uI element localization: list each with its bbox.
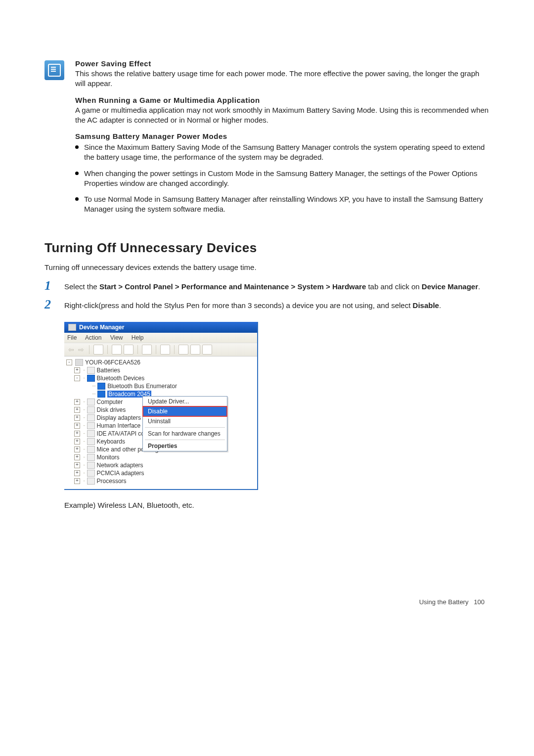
tree-hid[interactable]: Human Interface De — [97, 422, 150, 429]
tree-toggle[interactable]: + — [74, 478, 80, 484]
ide-icon — [87, 430, 95, 437]
step-number-2: 2 — [44, 298, 58, 311]
tree-processors[interactable]: Processors — [97, 478, 127, 485]
window-title: Device Manager — [79, 324, 124, 331]
computer-icon — [75, 359, 83, 366]
tree-toggle[interactable]: + — [74, 439, 80, 445]
tree-toggle[interactable]: + — [74, 446, 80, 452]
menu-action[interactable]: Action — [85, 334, 101, 341]
section-title-devices: Turning Off Unnecessary Devices — [44, 240, 490, 256]
tree-bluetooth-devices[interactable]: Bluetooth Devices — [97, 375, 145, 382]
tree-ide[interactable]: IDE ATA/ATAPI cont — [97, 430, 149, 437]
note-bullet-1: Since the Maximum Battery Saving Mode of… — [75, 142, 490, 163]
tree-pcmcia[interactable]: PCMCIA adapters — [97, 470, 144, 477]
cpu-icon — [87, 478, 95, 485]
forward-arrow-icon[interactable]: ⇨ — [77, 346, 85, 354]
menu-file[interactable]: File — [67, 334, 77, 341]
tree-computer[interactable]: Computer — [97, 399, 123, 405]
tree-toggle[interactable]: - — [74, 375, 80, 381]
tree-toggle[interactable]: + — [74, 407, 80, 413]
example-text: Example) Wireless LAN, Bluetooth, etc. — [64, 501, 490, 509]
network-icon — [87, 462, 95, 469]
menu-help[interactable]: Help — [132, 334, 144, 341]
bluetooth-icon — [97, 391, 105, 398]
note-bullet-3: To use Normal Mode in Samsung Battery Ma… — [75, 194, 490, 215]
tree-toggle[interactable]: + — [74, 415, 80, 421]
toolbar-button[interactable] — [142, 345, 152, 355]
window-icon — [68, 324, 76, 331]
ctx-properties[interactable]: Properties — [143, 441, 227, 451]
note-bullet-2: When changing the power settings in Cust… — [75, 169, 490, 189]
step-number-1: 1 — [44, 279, 58, 292]
computer-icon — [87, 399, 95, 405]
tree-toggle[interactable]: + — [74, 431, 80, 437]
pcmcia-icon — [87, 470, 95, 477]
tree-toggle[interactable]: + — [74, 367, 80, 373]
note-heading-game: When Running a Game or Multimedia Applic… — [75, 96, 490, 104]
footer-page-number: 100 — [474, 598, 485, 606]
note-icon — [44, 60, 64, 80]
tree-keyboards[interactable]: Keyboards — [97, 438, 125, 445]
footer-label: Using the Battery — [419, 598, 469, 606]
display-icon — [87, 414, 95, 421]
toolbar-button[interactable] — [190, 345, 200, 355]
menu-view[interactable]: View — [110, 334, 123, 341]
ctx-disable[interactable]: Disable — [143, 406, 227, 416]
step-1-text: Select the Start > Control Panel > Perfo… — [64, 279, 490, 292]
ctx-uninstall[interactable]: Uninstall — [143, 416, 227, 426]
toolbar-button[interactable] — [202, 345, 212, 355]
toolbar-button[interactable] — [124, 345, 134, 355]
note-para-game: A game or multimedia application may not… — [75, 105, 490, 126]
bluetooth-icon — [87, 375, 95, 382]
device-manager-window: Device Manager File Action View Help ⇦ ⇨ — [64, 322, 258, 490]
back-arrow-icon[interactable]: ⇦ — [67, 346, 75, 354]
tree-network[interactable]: Network adapters — [97, 462, 143, 469]
tree-bt-bus[interactable]: Bluetooth Bus Enumerator — [107, 383, 177, 390]
toolbar-button[interactable] — [112, 345, 122, 355]
tree-diskdrives[interactable]: Disk drives — [97, 406, 126, 413]
tree-toggle[interactable]: + — [74, 454, 80, 460]
monitor-icon — [87, 454, 95, 461]
keyboard-icon — [87, 438, 95, 445]
tree-monitors[interactable]: Monitors — [97, 454, 120, 461]
note-para-power-saving: This shows the relative battery usage ti… — [75, 69, 490, 89]
bluetooth-icon — [97, 383, 105, 390]
note-heading-power-saving: Power Saving Effect — [75, 59, 490, 68]
tree-toggle[interactable]: + — [74, 470, 80, 476]
tree-display[interactable]: Display adapters — [97, 414, 141, 421]
tree-batteries[interactable]: Batteries — [97, 367, 120, 374]
hid-icon — [87, 422, 95, 429]
tree-toggle[interactable]: + — [74, 399, 80, 405]
section-intro: Turning off unnecessary devices extends … — [44, 263, 490, 272]
tree-toggle[interactable]: - — [66, 359, 72, 365]
mouse-icon — [87, 446, 95, 453]
note-heading-modes: Samsung Battery Manager Power Modes — [75, 132, 490, 140]
tree-toggle[interactable]: + — [74, 423, 80, 429]
ctx-update-driver[interactable]: Update Driver... — [143, 397, 227, 406]
toolbar-button[interactable] — [93, 345, 103, 355]
context-menu: Update Driver... Disable Uninstall Scan … — [142, 396, 227, 451]
toolbar-button[interactable] — [178, 345, 188, 355]
battery-icon — [87, 367, 95, 374]
ctx-scan-hardware[interactable]: Scan for hardware changes — [143, 429, 227, 439]
toolbar-button[interactable] — [160, 345, 170, 355]
tree-root[interactable]: YOUR-06FCEAA526 — [85, 359, 140, 366]
tree-toggle[interactable]: + — [74, 462, 80, 468]
disk-icon — [87, 406, 95, 413]
step-2-text: Right-click(press and hold the Stylus Pe… — [64, 298, 490, 311]
